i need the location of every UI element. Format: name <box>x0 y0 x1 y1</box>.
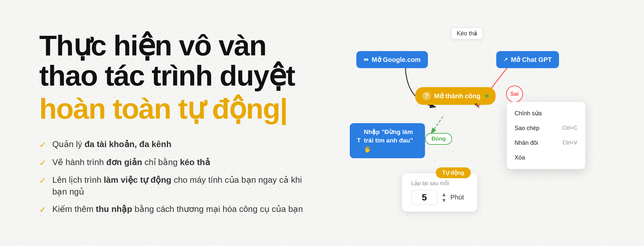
diagram-area: Kéo thả ⇔ Mở Google.com ↗ Mở Chat GPT ? … <box>350 22 585 225</box>
dung-badge: Đúng <box>425 133 452 145</box>
context-menu-item-edit[interactable]: Chỉnh sửa <box>507 106 585 121</box>
context-menu-item-copy[interactable]: Sao chép Ctrl+C <box>507 121 585 136</box>
auto-badge: Tự động <box>436 167 471 178</box>
auto-panel-label: Lặp lại sau mỗi <box>411 180 468 187</box>
svg-line-1 <box>432 117 443 133</box>
context-menu-shortcut-duplicate: Ctrl+V <box>563 140 577 146</box>
check-icon-4: ✓ <box>39 204 46 216</box>
auto-panel: Tự động Lặp lại sau mỗi 5 ▲ ▼ Phút <box>402 173 477 212</box>
node-chatgpt[interactable]: ↗ Mở Chat GPT <box>496 51 559 68</box>
text-input-icon: T <box>357 137 361 145</box>
stepper-arrows[interactable]: ▲ ▼ <box>441 192 447 203</box>
stepper-down-arrow[interactable]: ▼ <box>441 198 447 203</box>
feature-text-2: Vẽ hành trình đơn giản chỉ bằng kéo thả <box>52 156 210 168</box>
node-type-text: Nhập "Đừng làm trái tim anh đau" 🖐 <box>364 128 418 154</box>
context-menu: Chỉnh sửa Sao chép Ctrl+C Nhân đôi Ctrl+… <box>507 102 585 169</box>
cursor-pointer: ↖ <box>474 101 481 110</box>
context-menu-label-duplicate: Nhân đôi <box>515 140 538 146</box>
auto-panel-unit: Phút <box>450 194 464 201</box>
right-section: Kéo thả ⇔ Mở Google.com ↗ Mở Chat GPT ? … <box>317 13 618 233</box>
external-link-icon: ↗ <box>503 56 508 63</box>
auto-panel-row: 5 ▲ ▼ Phút <box>411 190 468 205</box>
hero-title-line3: hoàn toàn tự động| <box>39 94 317 124</box>
hero-title-line1: Thực hiện vô vàn <box>39 30 317 61</box>
check-icon-1: ✓ <box>39 139 46 151</box>
green-dot <box>485 94 488 98</box>
feature-item-4: ✓ Kiếm thêm thu nhập bằng cách thương mạ… <box>39 203 317 216</box>
context-menu-label-delete: Xóa <box>515 154 525 161</box>
left-section: Thực hiện vô vàn thao tác trình duyệt ho… <box>39 30 317 216</box>
feature-item-2: ✓ Vẽ hành trình đơn giản chỉ bằng kéo th… <box>39 156 317 169</box>
node-google[interactable]: ⇔ Mở Google.com <box>356 51 428 68</box>
stepper-up-arrow[interactable]: ▲ <box>441 192 447 197</box>
keo-tha-label: Kéo thả <box>451 28 483 39</box>
question-icon: ? <box>422 92 431 100</box>
sai-badge: Sai <box>506 85 523 103</box>
feature-text-1: Quản lý đa tài khoản, đa kênh <box>52 138 171 150</box>
node-type[interactable]: T Nhập "Đừng làm trái tim anh đau" 🖐 <box>350 123 425 159</box>
features-list: ✓ Quản lý đa tài khoản, đa kênh ✓ Vẽ hàn… <box>39 138 317 216</box>
cursor-bar: | <box>280 94 287 124</box>
check-icon-2: ✓ <box>39 157 46 169</box>
link-icon: ⇔ <box>364 56 368 63</box>
feature-text-3: Lên lịch trình làm việc tự động cho máy … <box>52 174 317 198</box>
auto-panel-value: 5 <box>411 190 437 205</box>
context-menu-item-delete[interactable]: Xóa <box>507 150 585 165</box>
context-menu-item-duplicate[interactable]: Nhân đôi Ctrl+V <box>507 136 585 150</box>
feature-item-3: ✓ Lên lịch trình làm việc tự động cho má… <box>39 174 317 198</box>
feature-item-1: ✓ Quản lý đa tài khoản, đa kênh <box>39 138 317 151</box>
node-success[interactable]: ? Mở thành công <box>415 87 496 105</box>
context-menu-label-edit: Chỉnh sửa <box>515 110 542 117</box>
hand-icon: 🖐 <box>364 146 371 153</box>
feature-text-4: Kiếm thêm thu nhập bằng cách thương mại … <box>52 203 303 215</box>
context-menu-shortcut-copy: Ctrl+C <box>562 125 577 131</box>
check-icon-3: ✓ <box>39 175 46 186</box>
hero-title-line2: thao tác trình duyệt <box>39 61 317 91</box>
context-menu-label-copy: Sao chép <box>515 125 539 132</box>
